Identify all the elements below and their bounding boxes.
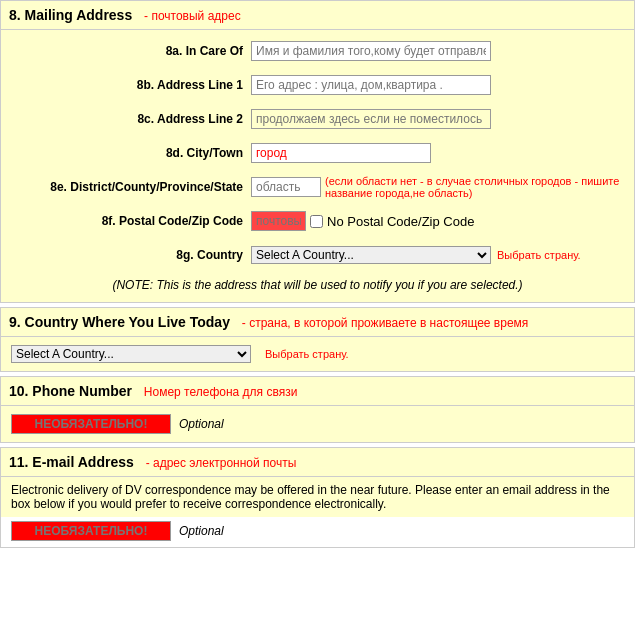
section-9-header: 9. Country Where You Live Today - страна… (1, 308, 634, 337)
section-10-header: 10. Phone Number Номер телефона для связ… (1, 377, 634, 406)
field-row-country: 8g. Country Select A Country... Afghanis… (11, 240, 624, 270)
label-address1: 8b. Address Line 1 (11, 78, 251, 92)
field-row-address1: 8b. Address Line 1 (11, 70, 624, 100)
city-input[interactable] (251, 143, 431, 163)
section-10: 10. Phone Number Номер телефона для связ… (0, 376, 635, 443)
label-district: 8e. District/County/Province/State (11, 180, 251, 194)
section-11-russian: - адрес электронной почты (146, 456, 297, 470)
field-row-district: 8e. District/County/Province/State (если… (11, 172, 624, 202)
address2-input[interactable] (251, 109, 491, 129)
section-11-description: Electronic delivery of DV correspondence… (1, 477, 634, 517)
section-9-content: Select A Country... Afghanistan Russia В… (1, 337, 634, 371)
district-input[interactable] (251, 177, 321, 197)
section-11-input-row: Optional (1, 517, 634, 547)
label-city: 8d. City/Town (11, 146, 251, 160)
section-10-content: Optional (1, 406, 634, 442)
section-9: 9. Country Where You Live Today - страна… (0, 307, 635, 372)
no-postal-label: No Postal Code/Zip Code (327, 214, 474, 229)
input-postal-wrapper: No Postal Code/Zip Code (251, 211, 624, 231)
section-8-number: 8. (9, 7, 21, 23)
input-address2-wrapper (251, 109, 624, 129)
section-8-content: 8a. In Care Of 8b. Address Line 1 8c. Ad… (1, 30, 634, 302)
country-live-select[interactable]: Select A Country... Afghanistan Russia (11, 345, 251, 363)
field-row-address2: 8c. Address Line 2 (11, 104, 624, 134)
field-row-city: 8d. City/Town (11, 138, 624, 168)
care-of-input[interactable] (251, 41, 491, 61)
label-postal: 8f. Postal Code/Zip Code (11, 214, 251, 228)
label-address2: 8c. Address Line 2 (11, 112, 251, 126)
section-8-title: Mailing Address (25, 7, 133, 23)
field-row-postal: 8f. Postal Code/Zip Code No Postal Code/… (11, 206, 624, 236)
label-care-of: 8a. In Care Of (11, 44, 251, 58)
email-optional-label: Optional (179, 524, 224, 538)
section-8-header: 8. Mailing Address - почтовый адрес (1, 1, 634, 30)
email-input[interactable] (11, 521, 171, 541)
field-row-care-of: 8a. In Care Of (11, 36, 624, 66)
section-11: 11. E-mail Address - адрес электронной п… (0, 447, 635, 548)
label-country: 8g. Country (11, 248, 251, 262)
input-city-wrapper (251, 143, 624, 163)
country-wybrac: Выбрать страну. (497, 249, 581, 261)
phone-optional-label: Optional (179, 417, 224, 431)
input-care-of-wrapper (251, 41, 624, 61)
section-11-number: 11. (9, 454, 28, 470)
country-select[interactable]: Select A Country... Afghanistan Albania … (251, 246, 491, 264)
district-hint: (если области нет - в случае столичных г… (325, 175, 624, 199)
no-postal-checkbox[interactable] (310, 215, 323, 228)
section-8: 8. Mailing Address - почтовый адрес 8a. … (0, 0, 635, 303)
section-8-note: (NOTE: This is the address that will be … (11, 274, 624, 296)
address1-input[interactable] (251, 75, 491, 95)
section-11-title: E-mail Address (32, 454, 133, 470)
section-9-wybrac: Выбрать страну. (265, 348, 349, 360)
section-10-number: 10. (9, 383, 28, 399)
input-country-wrapper: Select A Country... Afghanistan Albania … (251, 246, 624, 264)
input-address1-wrapper (251, 75, 624, 95)
section-9-title: Country Where You Live Today (25, 314, 230, 330)
section-9-russian: - страна, в которой проживаете в настоящ… (242, 316, 529, 330)
section-9-number: 9. (9, 314, 21, 330)
section-8-russian: - почтовый адрес (144, 9, 241, 23)
section-10-title: Phone Number (32, 383, 132, 399)
phone-input[interactable] (11, 414, 171, 434)
section-10-russian: Номер телефона для связи (144, 385, 298, 399)
postal-left-input[interactable] (251, 211, 306, 231)
input-district-wrapper: (если области нет - в случае столичных г… (251, 175, 624, 199)
section-11-header: 11. E-mail Address - адрес электронной п… (1, 448, 634, 477)
